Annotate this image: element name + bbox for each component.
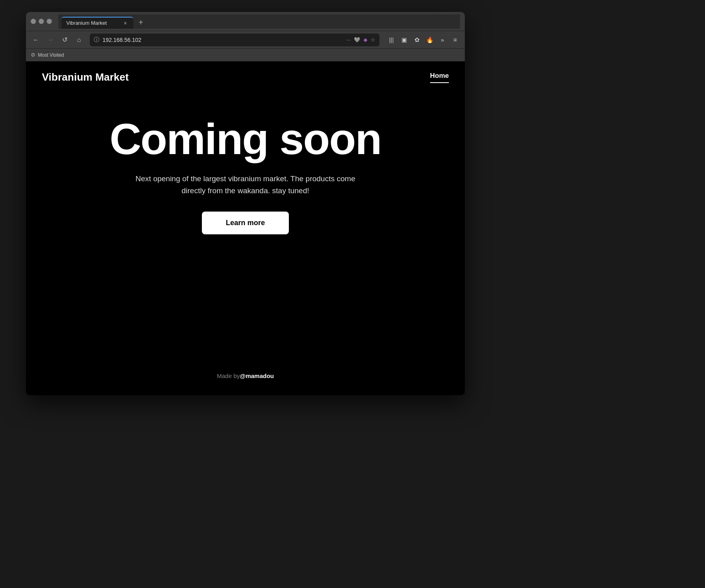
- tab-bar: Vibranium Market × +: [58, 14, 460, 29]
- learn-more-button[interactable]: Learn more: [202, 212, 289, 234]
- tab-title: Vibranium Market: [66, 20, 119, 26]
- extension-icon[interactable]: ◆: [363, 37, 367, 43]
- tab-close-button[interactable]: ×: [122, 20, 128, 26]
- firefox-icon[interactable]: 🔥: [424, 34, 435, 46]
- bookmarks-bar: ⚙ Most Visited: [26, 49, 465, 61]
- site-footer: Made by@mamadou: [26, 356, 465, 395]
- forward-button[interactable]: →: [44, 34, 56, 46]
- nav-home-link[interactable]: Home: [430, 72, 449, 83]
- url-display: 192.168.56.102: [103, 37, 343, 43]
- traffic-light-close[interactable]: [31, 19, 36, 24]
- site-header: Vibranium Market Home: [26, 61, 465, 93]
- library-icon[interactable]: |||: [386, 34, 397, 46]
- traffic-light-minimize[interactable]: [39, 19, 44, 24]
- pocket-icon[interactable]: 🩶: [354, 37, 360, 43]
- hero-title: Coming soon: [110, 117, 381, 161]
- made-by-label: Made by: [217, 372, 240, 379]
- more-icon[interactable]: ···: [346, 37, 351, 43]
- bookmarks-most-visited[interactable]: Most Visited: [38, 52, 64, 58]
- bookmark-star-icon[interactable]: ☆: [371, 37, 375, 43]
- sidebar-icon[interactable]: ▣: [399, 34, 410, 46]
- info-icon: ⓘ: [94, 36, 99, 44]
- address-actions: ··· 🩶 ◆ ☆: [346, 37, 375, 43]
- back-button[interactable]: ←: [30, 34, 42, 46]
- toolbar-right: ||| ▣ ✿ 🔥 » ≡: [386, 34, 461, 46]
- site-logo: Vibranium Market: [42, 71, 129, 83]
- active-tab[interactable]: Vibranium Market ×: [61, 17, 133, 29]
- title-bar: Vibranium Market × +: [26, 12, 465, 31]
- address-bar[interactable]: ⓘ 192.168.56.102 ··· 🩶 ◆ ☆: [90, 34, 379, 46]
- web-content: Vibranium Market Home Coming soon Next o…: [26, 61, 465, 395]
- footer-handle: @mamadou: [240, 372, 274, 379]
- home-button[interactable]: ⌂: [73, 34, 85, 46]
- hero-subtitle: Next opening of the largest vibranium ma…: [126, 173, 365, 197]
- menu-icon[interactable]: ≡: [450, 34, 461, 46]
- navigation-bar: ← → ↺ ⌂ ⓘ 192.168.56.102 ··· 🩶 ◆ ☆ ||| ▣…: [26, 31, 465, 49]
- traffic-lights: [31, 19, 52, 24]
- footer-text: Made by@mamadou: [42, 372, 449, 379]
- browser-window: Vibranium Market × + ← → ↺ ⌂ ⓘ 192.168.5…: [26, 12, 465, 395]
- bookmarks-gear-icon[interactable]: ⚙: [31, 52, 36, 58]
- hero-section: Coming soon Next opening of the largest …: [26, 93, 465, 250]
- new-tab-button[interactable]: +: [135, 17, 147, 29]
- extensions-icon[interactable]: ✿: [411, 34, 423, 46]
- reload-button[interactable]: ↺: [59, 34, 71, 46]
- traffic-light-maximize[interactable]: [47, 19, 52, 24]
- more-tools-icon[interactable]: »: [437, 34, 448, 46]
